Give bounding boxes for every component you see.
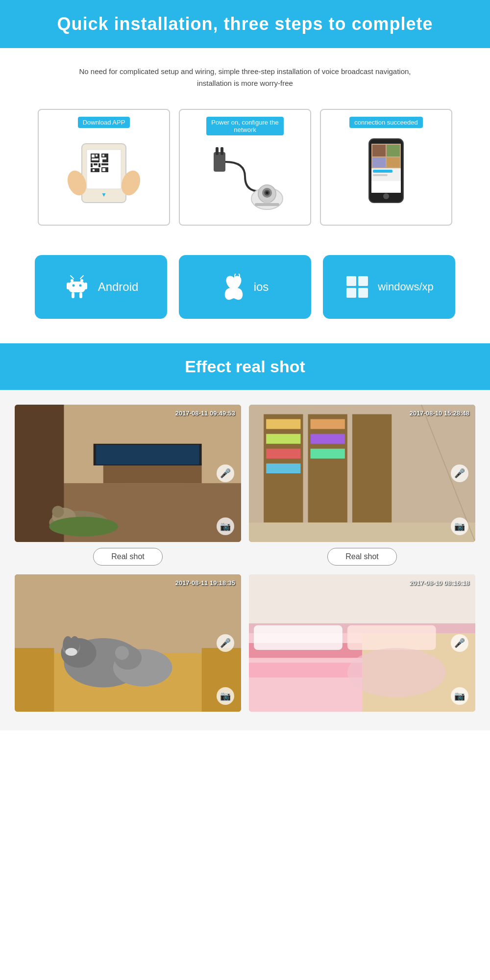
svg-rect-21 bbox=[214, 152, 225, 172]
svg-point-51 bbox=[72, 284, 74, 287]
step-2-label: Power on, configure thenetwork bbox=[206, 117, 283, 135]
svg-rect-36 bbox=[387, 145, 400, 156]
cam-icon-2: 📷 bbox=[451, 517, 468, 535]
svg-rect-9 bbox=[102, 159, 107, 162]
svg-rect-12 bbox=[98, 163, 100, 167]
mic-icon-4: 🎤 bbox=[451, 634, 468, 652]
svg-rect-48 bbox=[79, 292, 82, 298]
svg-line-49 bbox=[71, 276, 74, 279]
platform-android-label: Android bbox=[98, 280, 139, 294]
shot-timestamp-1: 2017-08-11 09:49:53 bbox=[175, 410, 235, 417]
svg-rect-71 bbox=[352, 414, 392, 522]
svg-rect-100 bbox=[254, 625, 343, 650]
shot-timestamp-4: 2017-08-10 08:16:18 bbox=[410, 579, 469, 587]
step-3-label: connection succeeded bbox=[349, 117, 422, 128]
cam-icon-4: 📷 bbox=[451, 687, 468, 705]
svg-rect-76 bbox=[311, 419, 345, 429]
shot-image-3: 2017-08-11 19:18:35 🎤 📷 bbox=[15, 574, 241, 712]
svg-rect-39 bbox=[373, 170, 392, 173]
svg-rect-70 bbox=[308, 414, 347, 522]
svg-rect-74 bbox=[266, 449, 300, 459]
svg-rect-61 bbox=[103, 464, 202, 483]
step-1-label: Download APP bbox=[78, 117, 130, 128]
svg-rect-77 bbox=[311, 434, 345, 444]
subtitle-text: No need for complicated setup and wiring… bbox=[39, 66, 451, 89]
svg-point-90 bbox=[65, 648, 77, 656]
android-icon bbox=[64, 274, 90, 300]
svg-rect-47 bbox=[72, 292, 74, 298]
svg-point-66 bbox=[52, 506, 64, 517]
shot-image-2: 2017-08-10 15:28:48 🎤 📷 bbox=[249, 405, 475, 542]
svg-rect-55 bbox=[358, 276, 368, 286]
platform-ios: ios bbox=[179, 255, 311, 319]
svg-rect-46 bbox=[84, 283, 87, 289]
apple-icon bbox=[221, 274, 246, 300]
svg-rect-45 bbox=[67, 283, 70, 289]
svg-rect-101 bbox=[347, 625, 436, 650]
svg-rect-44 bbox=[69, 282, 85, 292]
realshot-item-4: 2017-08-10 08:16:18 🎤 📷 bbox=[249, 574, 475, 712]
svg-rect-37 bbox=[372, 157, 386, 167]
realshot-item-3: 2017-08-11 19:18:35 🎤 📷 bbox=[15, 574, 241, 712]
shot-image-1: 2017-08-11 09:49:53 🎤 📷 bbox=[15, 405, 241, 542]
svg-point-67 bbox=[49, 516, 118, 536]
header-banner: Quick installation, three steps to compl… bbox=[0, 0, 490, 48]
mic-icon-2: 🎤 bbox=[451, 464, 468, 482]
svg-rect-3 bbox=[92, 155, 95, 157]
realshot-section: 2017-08-11 09:49:53 🎤 📷 bbox=[0, 390, 490, 730]
svg-point-93 bbox=[115, 646, 129, 660]
mic-icon-3: 🎤 bbox=[217, 634, 234, 652]
svg-rect-79 bbox=[249, 522, 475, 542]
step-power-on: Power on, configure thenetwork bbox=[179, 109, 311, 226]
svg-rect-56 bbox=[346, 288, 356, 298]
realshot-row-1: 2017-08-11 09:49:53 🎤 📷 bbox=[15, 405, 475, 566]
platform-section: Android ios windows/xp bbox=[0, 245, 490, 343]
platform-windows: windows/xp bbox=[323, 255, 455, 319]
shot-image-4: 2017-08-10 08:16:18 🎤 📷 bbox=[249, 574, 475, 712]
subtitle-section: No need for complicated setup and wiring… bbox=[0, 48, 490, 99]
svg-rect-5 bbox=[92, 158, 98, 160]
svg-rect-4 bbox=[96, 155, 98, 156]
svg-rect-72 bbox=[266, 419, 300, 429]
shot-timestamp-3: 2017-08-11 19:18:35 bbox=[175, 579, 235, 587]
steps-section: Download APP bbox=[0, 99, 490, 245]
svg-point-41 bbox=[383, 193, 389, 199]
svg-text:▼: ▼ bbox=[101, 191, 107, 198]
svg-rect-35 bbox=[372, 145, 386, 156]
realshot-row-2: 2017-08-11 19:18:35 🎤 📷 bbox=[15, 574, 475, 712]
svg-rect-13 bbox=[101, 163, 108, 165]
svg-rect-57 bbox=[358, 288, 368, 298]
step-download-app: Download APP bbox=[38, 109, 170, 226]
realshot-label-2: Real shot bbox=[327, 548, 397, 566]
svg-rect-10 bbox=[91, 163, 93, 167]
svg-rect-7 bbox=[102, 155, 104, 156]
svg-rect-15 bbox=[93, 169, 95, 171]
svg-rect-29 bbox=[264, 200, 270, 204]
platform-android: Android bbox=[35, 255, 167, 319]
svg-rect-98 bbox=[249, 663, 362, 677]
svg-rect-83 bbox=[15, 648, 54, 712]
svg-rect-14 bbox=[91, 168, 99, 172]
svg-rect-23 bbox=[220, 147, 223, 155]
platform-windows-label: windows/xp bbox=[378, 281, 434, 293]
svg-rect-17 bbox=[102, 168, 105, 171]
realshot-item-1: 2017-08-11 09:49:53 🎤 📷 bbox=[15, 405, 241, 566]
effect-title: Effect real shot bbox=[10, 357, 480, 376]
step-connection: connection succeeded bbox=[320, 109, 452, 226]
svg-rect-75 bbox=[266, 464, 300, 473]
svg-point-102 bbox=[347, 648, 446, 697]
cam-icon-1: 📷 bbox=[217, 517, 234, 535]
svg-rect-30 bbox=[255, 203, 279, 206]
cam-icon-3: 📷 bbox=[217, 687, 234, 705]
svg-rect-63 bbox=[96, 445, 199, 464]
realshot-label-1: Real shot bbox=[93, 548, 163, 566]
svg-line-50 bbox=[80, 276, 83, 279]
platform-ios-label: ios bbox=[254, 280, 269, 294]
step-1-illustration: ▼ bbox=[45, 135, 163, 216]
page-title: Quick installation, three steps to compl… bbox=[10, 14, 480, 34]
mic-icon-1: 🎤 bbox=[217, 464, 234, 482]
svg-rect-78 bbox=[311, 449, 345, 459]
effect-banner: Effect real shot bbox=[0, 343, 490, 390]
svg-point-52 bbox=[79, 284, 81, 287]
step-3-illustration bbox=[327, 135, 445, 216]
